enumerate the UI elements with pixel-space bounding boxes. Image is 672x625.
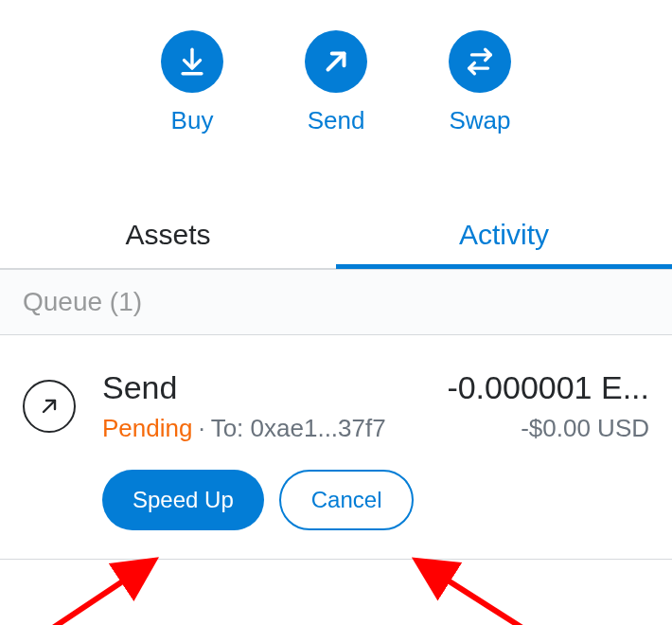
cancel-button[interactable]: Cancel: [279, 470, 415, 530]
transaction-info: Send -0.000001 E... Pending·To: 0xae1...…: [102, 369, 649, 443]
speed-up-button[interactable]: Speed Up: [102, 470, 264, 530]
transaction-line1: Send -0.000001 E...: [102, 369, 649, 406]
tabs: Assets Activity: [0, 202, 672, 269]
action-row: Buy Send Swap: [0, 0, 672, 145]
transaction-fiat: -$0.00 USD: [521, 414, 649, 443]
svg-line-1: [50, 563, 150, 625]
send-label: Send: [308, 106, 365, 135]
send-tx-icon: [23, 380, 76, 433]
arrow-up-right-icon: [305, 30, 367, 93]
separator-dot: ·: [198, 414, 204, 442]
transaction-item[interactable]: Send -0.000001 E... Pending·To: 0xae1...…: [0, 335, 672, 560]
annotation-arrow-right: [388, 549, 530, 625]
transaction-status: Pending: [102, 414, 192, 442]
queue-header: Queue (1): [0, 269, 672, 335]
transaction-amount: -0.000001 E...: [447, 369, 649, 406]
send-button[interactable]: Send: [305, 30, 367, 135]
transaction-line2: Pending·To: 0xae1...37f7 -$0.00 USD: [102, 414, 649, 443]
swap-label: Swap: [449, 106, 510, 135]
transaction-buttons: Speed Up Cancel: [102, 470, 649, 530]
transaction-title: Send: [102, 369, 177, 406]
tab-assets[interactable]: Assets: [0, 202, 336, 268]
swap-icon: [449, 30, 511, 93]
transaction-top: Send -0.000001 E... Pending·To: 0xae1...…: [23, 369, 649, 443]
download-icon: [161, 30, 223, 93]
swap-button[interactable]: Swap: [449, 30, 511, 135]
transaction-subtext: Pending·To: 0xae1...37f7: [102, 414, 386, 443]
buy-label: Buy: [171, 106, 214, 135]
buy-button[interactable]: Buy: [161, 30, 223, 135]
tab-activity[interactable]: Activity: [336, 202, 672, 268]
annotation-arrow-left: [45, 549, 187, 625]
transaction-to: To: 0xae1...37f7: [211, 414, 386, 442]
svg-line-3: [421, 563, 525, 625]
